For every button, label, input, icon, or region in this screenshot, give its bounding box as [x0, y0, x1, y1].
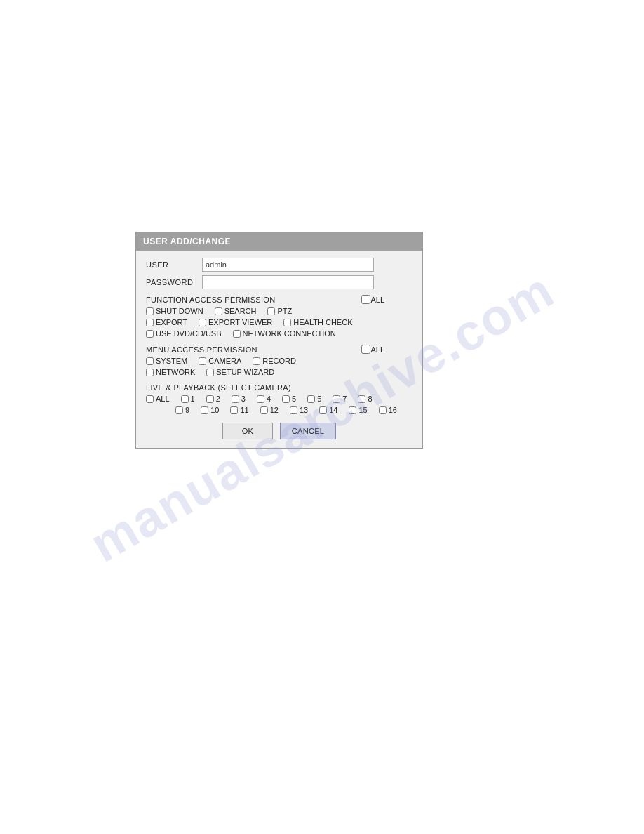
cancel-button[interactable]: CANCEL: [280, 423, 336, 439]
checkbox-setup-wizard-label: SETUP WIZARD: [216, 368, 274, 376]
checkbox-cam14-label: 14: [329, 406, 337, 414]
checkbox-search-input[interactable]: [215, 307, 222, 315]
checkbox-cam5[interactable]: 5: [282, 395, 296, 403]
checkbox-cam8-label: 8: [368, 395, 372, 403]
menu-access-row1: SYSTEM CAMERA RECORD: [146, 357, 412, 366]
checkbox-cam7-input[interactable]: [333, 395, 340, 403]
checkbox-network-label: NETWORK: [156, 368, 195, 376]
checkbox-search[interactable]: SEARCH: [215, 307, 257, 315]
menu-access-header: MENU ACCESS PERMISSION ALL: [146, 345, 412, 354]
checkbox-record-label: RECORD: [262, 357, 296, 365]
checkbox-cam13[interactable]: 13: [290, 406, 308, 414]
function-access-row2: EXPORT EXPORT VIEWER HEALTH CHECK: [146, 318, 412, 328]
checkbox-cam8-input[interactable]: [358, 395, 365, 403]
function-access-all-checkbox[interactable]: [361, 295, 370, 304]
checkbox-cam4[interactable]: 4: [257, 395, 271, 403]
checkbox-camera-label: CAMERA: [208, 357, 241, 365]
checkbox-cam7[interactable]: 7: [333, 395, 347, 403]
checkbox-use-dvd[interactable]: USE DVD/CD/USB: [146, 329, 222, 338]
checkbox-cam16-input[interactable]: [379, 406, 387, 414]
checkbox-cam7-label: 7: [342, 395, 347, 403]
user-add-change-dialog: USER ADD/CHANGE USER PASSWORD FUNCTION A…: [135, 232, 423, 449]
password-input[interactable]: [202, 275, 374, 289]
checkbox-shut-down-input[interactable]: [146, 307, 154, 315]
checkbox-cam3-label: 3: [241, 395, 246, 403]
menu-access-all-container: ALL: [361, 345, 384, 354]
checkbox-use-dvd-input[interactable]: [146, 330, 154, 338]
checkbox-network-connection-input[interactable]: [233, 330, 241, 338]
checkbox-cam16[interactable]: 16: [379, 406, 397, 414]
checkbox-setup-wizard-input[interactable]: [206, 369, 214, 376]
checkbox-cam8[interactable]: 8: [358, 395, 372, 403]
checkbox-ptz[interactable]: PTZ: [267, 307, 292, 315]
menu-access-row2: NETWORK SETUP WIZARD: [146, 368, 412, 378]
function-access-all-label: ALL: [370, 296, 384, 304]
live-playback-label: LIVE & PLAYBACK (SELECT CAMERA): [146, 383, 412, 392]
checkbox-network[interactable]: NETWORK: [146, 368, 195, 376]
checkbox-cam13-label: 13: [300, 406, 308, 414]
checkbox-camera-all-label: ALL: [156, 395, 170, 403]
checkbox-network-input[interactable]: [146, 369, 154, 376]
checkbox-system-input[interactable]: [146, 357, 154, 365]
checkbox-cam11-input[interactable]: [230, 406, 238, 414]
checkbox-cam1[interactable]: 1: [181, 395, 195, 403]
checkbox-cam6[interactable]: 6: [307, 395, 321, 403]
checkbox-cam14-input[interactable]: [319, 406, 327, 414]
checkbox-health-check-input[interactable]: [283, 319, 291, 326]
checkbox-export[interactable]: EXPORT: [146, 318, 187, 326]
checkbox-cam6-label: 6: [317, 395, 321, 403]
dialog-body: USER PASSWORD FUNCTION ACCESS PERMISSION…: [136, 251, 422, 448]
checkbox-cam9-input[interactable]: [175, 406, 183, 414]
checkbox-cam12-input[interactable]: [260, 406, 268, 414]
function-access-row1: SHUT DOWN SEARCH PTZ: [146, 307, 412, 317]
checkbox-shut-down[interactable]: SHUT DOWN: [146, 307, 203, 315]
user-input[interactable]: [202, 258, 374, 272]
checkbox-cam16-label: 16: [389, 406, 397, 414]
checkbox-system[interactable]: SYSTEM: [146, 357, 187, 365]
checkbox-ptz-label: PTZ: [277, 307, 292, 315]
checkbox-cam10[interactable]: 10: [201, 406, 219, 414]
checkbox-cam15-input[interactable]: [349, 406, 356, 414]
checkbox-cam5-input[interactable]: [282, 395, 290, 403]
checkbox-cam9[interactable]: 9: [175, 406, 189, 414]
checkbox-export-viewer[interactable]: EXPORT VIEWER: [199, 318, 272, 326]
checkbox-cam1-input[interactable]: [181, 395, 189, 403]
checkbox-record[interactable]: RECORD: [253, 357, 296, 365]
checkbox-use-dvd-label: USE DVD/CD/USB: [156, 329, 222, 338]
checkbox-health-check[interactable]: HEALTH CHECK: [283, 318, 352, 326]
checkbox-cam15[interactable]: 15: [349, 406, 367, 414]
checkbox-export-input[interactable]: [146, 319, 154, 326]
checkbox-cam14[interactable]: 14: [319, 406, 337, 414]
checkbox-camera[interactable]: CAMERA: [199, 357, 241, 365]
checkbox-cam6-input[interactable]: [307, 395, 315, 403]
function-access-header: FUNCTION ACCESS PERMISSION ALL: [146, 295, 412, 304]
checkbox-ptz-input[interactable]: [267, 307, 275, 315]
checkbox-camera-input[interactable]: [199, 357, 206, 365]
user-field-row: USER: [146, 258, 412, 272]
checkbox-cam2[interactable]: 2: [206, 395, 220, 403]
camera-row1: ALL 1 2 3 4 5: [146, 395, 412, 404]
checkbox-cam10-input[interactable]: [201, 406, 208, 414]
checkbox-camera-all-input[interactable]: [146, 395, 154, 403]
checkbox-cam5-label: 5: [292, 395, 296, 403]
checkbox-cam11[interactable]: 11: [230, 406, 248, 414]
checkbox-camera-all[interactable]: ALL: [146, 395, 170, 403]
checkbox-record-input[interactable]: [253, 357, 260, 365]
menu-access-all-label: ALL: [370, 345, 384, 354]
menu-access-all-checkbox[interactable]: [361, 345, 370, 354]
password-field-row: PASSWORD: [146, 275, 412, 289]
checkbox-health-check-label: HEALTH CHECK: [293, 318, 352, 326]
checkbox-cam3[interactable]: 3: [232, 395, 246, 403]
checkbox-cam4-input[interactable]: [257, 395, 264, 403]
checkbox-network-connection[interactable]: NETWORK CONNECTION: [233, 329, 336, 338]
checkbox-cam2-input[interactable]: [206, 395, 214, 403]
checkbox-export-viewer-input[interactable]: [199, 319, 206, 326]
ok-button[interactable]: OK: [222, 423, 273, 439]
checkbox-cam13-input[interactable]: [290, 406, 297, 414]
checkbox-setup-wizard[interactable]: SETUP WIZARD: [206, 368, 274, 376]
button-row: OK CANCEL: [146, 423, 412, 439]
checkbox-cam9-label: 9: [185, 406, 189, 414]
checkbox-cam12[interactable]: 12: [260, 406, 279, 414]
checkbox-cam3-input[interactable]: [232, 395, 239, 403]
dialog-title: USER ADD/CHANGE: [143, 237, 231, 246]
